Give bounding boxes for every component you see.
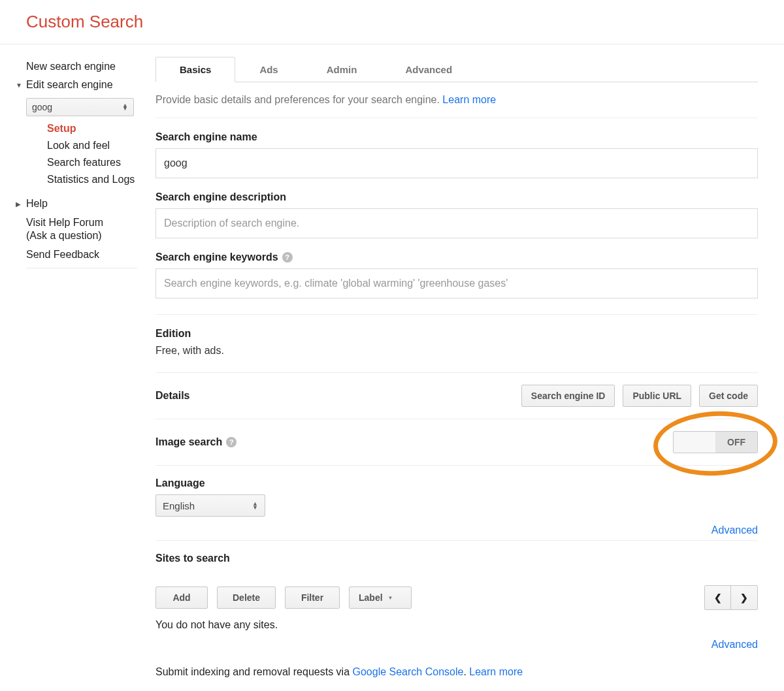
sidebar-edit-engine-label: Edit search engine bbox=[26, 79, 113, 91]
sidebar: New search engine ▼ Edit search engine g… bbox=[0, 44, 150, 691]
details-row: Details Search engine ID Public URL Get … bbox=[155, 385, 758, 419]
language-select[interactable]: English ▲▼ bbox=[155, 494, 265, 517]
toggle-off-half: OFF bbox=[715, 432, 757, 453]
submit-dot: . bbox=[463, 666, 469, 677]
image-search-label-text: Image search bbox=[155, 436, 222, 448]
public-url-button[interactable]: Public URL bbox=[623, 385, 691, 407]
tab-advanced[interactable]: Advanced bbox=[381, 57, 476, 82]
learn-more-link[interactable]: Learn more bbox=[442, 94, 496, 105]
name-input[interactable] bbox=[155, 148, 758, 178]
language-label: Language bbox=[155, 477, 758, 489]
sites-label-text: Label bbox=[359, 592, 383, 603]
visit-forum-line1: Visit Help Forum bbox=[26, 217, 103, 228]
sites-label: Sites to search bbox=[155, 553, 758, 564]
page-title: Custom Search bbox=[26, 12, 784, 32]
edition-label: Edition bbox=[155, 328, 758, 340]
visit-forum-line2: (Ask a question) bbox=[26, 230, 102, 241]
pager: ❮ ❯ bbox=[704, 585, 758, 610]
sidebar-help[interactable]: ▶ Help bbox=[13, 195, 150, 213]
tabs: Basics Ads Admin Advanced bbox=[155, 56, 758, 82]
sites-label-button[interactable]: Label ▼ bbox=[349, 587, 412, 609]
caret-right-icon: ▶ bbox=[16, 201, 24, 208]
main-content: Basics Ads Admin Advanced Provide basic … bbox=[150, 44, 784, 691]
sites-add-button[interactable]: Add bbox=[155, 587, 208, 609]
submit-indexing-text: Submit indexing and removal requests via… bbox=[155, 666, 758, 678]
image-search-row: Image search ? OFF bbox=[155, 431, 758, 466]
pager-prev-button[interactable]: ❮ bbox=[705, 586, 731, 609]
divider bbox=[155, 540, 758, 541]
desc-input[interactable] bbox=[155, 208, 758, 238]
sites-delete-button[interactable]: Delete bbox=[217, 587, 276, 609]
tab-ads[interactable]: Ads bbox=[235, 57, 302, 82]
sidebar-sub-look[interactable]: Look and feel bbox=[13, 137, 150, 154]
sidebar-help-label: Help bbox=[26, 198, 48, 210]
select-caret-icon: ▲▼ bbox=[252, 502, 258, 509]
sidebar-sub-features[interactable]: Search features bbox=[13, 154, 150, 171]
search-console-link[interactable]: Google Search Console bbox=[353, 666, 464, 677]
sidebar-new-engine[interactable]: New search engine bbox=[13, 57, 150, 76]
kw-label-text: Search engine keywords bbox=[155, 251, 278, 263]
divider bbox=[155, 372, 758, 373]
sites-empty-message: You do not have any sites. bbox=[155, 619, 758, 631]
sidebar-visit-forum[interactable]: Visit Help Forum (Ask a question) bbox=[13, 213, 150, 246]
sites-filter-button[interactable]: Filter bbox=[285, 587, 340, 609]
sidebar-divider bbox=[26, 268, 137, 268]
get-code-button[interactable]: Get code bbox=[699, 385, 758, 407]
intro-text: Provide basic details and preferences fo… bbox=[155, 82, 758, 118]
select-caret-icon: ▲▼ bbox=[122, 104, 128, 110]
kw-label: Search engine keywords ? bbox=[155, 251, 758, 263]
edition-value: Free, with ads. bbox=[155, 345, 758, 357]
pager-next-button[interactable]: ❯ bbox=[731, 586, 757, 609]
desc-label: Search engine description bbox=[155, 191, 758, 203]
search-engine-id-button[interactable]: Search engine ID bbox=[521, 385, 615, 407]
engine-select-value: goog bbox=[32, 102, 52, 112]
sidebar-sub-stats[interactable]: Statistics and Logs bbox=[13, 171, 150, 188]
language-advanced-link[interactable]: Advanced bbox=[711, 524, 758, 536]
sidebar-edit-engine[interactable]: ▼ Edit search engine bbox=[13, 76, 150, 94]
image-search-toggle[interactable]: OFF bbox=[673, 431, 758, 453]
sidebar-sub-setup[interactable]: Setup bbox=[13, 120, 150, 137]
chevron-right-icon: ❯ bbox=[740, 592, 748, 603]
sidebar-send-feedback[interactable]: Send Feedback bbox=[13, 246, 150, 264]
dropdown-caret-icon: ▼ bbox=[388, 595, 393, 601]
tab-admin[interactable]: Admin bbox=[302, 57, 382, 82]
submit-pre: Submit indexing and removal requests via bbox=[155, 666, 353, 677]
name-label: Search engine name bbox=[155, 131, 758, 143]
image-search-label: Image search ? bbox=[155, 436, 237, 448]
toggle-on-half bbox=[674, 432, 715, 453]
language-value: English bbox=[163, 500, 195, 511]
divider bbox=[155, 314, 758, 315]
tab-basics[interactable]: Basics bbox=[155, 57, 235, 82]
submit-learn-more-link[interactable]: Learn more bbox=[469, 666, 523, 677]
details-label: Details bbox=[155, 390, 189, 402]
intro-copy: Provide basic details and preferences fo… bbox=[155, 94, 442, 105]
sites-advanced-link[interactable]: Advanced bbox=[711, 639, 758, 650]
help-icon[interactable]: ? bbox=[282, 252, 293, 263]
help-icon[interactable]: ? bbox=[226, 437, 237, 447]
chevron-left-icon: ❮ bbox=[714, 592, 722, 603]
caret-down-icon: ▼ bbox=[16, 82, 24, 89]
engine-select[interactable]: goog ▲▼ bbox=[26, 98, 134, 116]
kw-input[interactable] bbox=[155, 268, 758, 298]
